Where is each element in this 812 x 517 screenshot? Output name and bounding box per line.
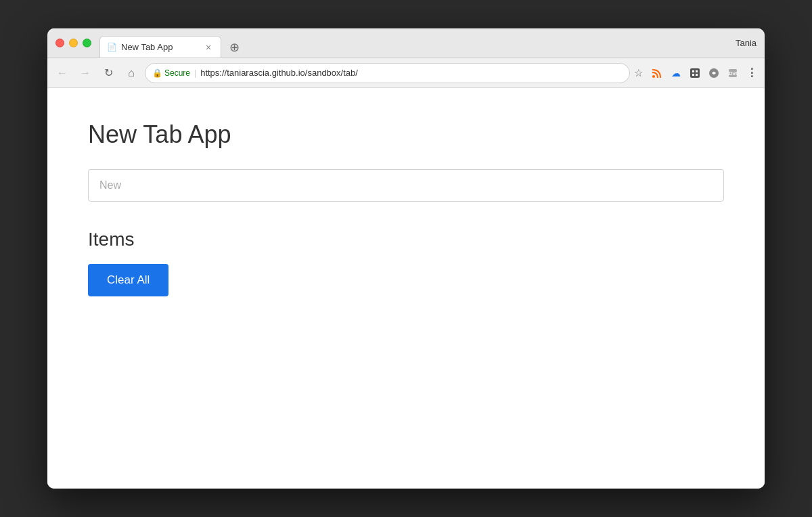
extension1-icon[interactable] xyxy=(687,66,702,81)
url-text: https://taniarascia.github.io/sandbox/ta… xyxy=(200,68,623,78)
profile-area: Tania xyxy=(736,38,757,48)
new-item-input[interactable] xyxy=(88,169,724,202)
refresh-button[interactable]: ↻ xyxy=(99,64,118,83)
svg-rect-4 xyxy=(692,74,694,76)
tab-bar: 📄 New Tab App × ⊕ xyxy=(99,28,736,58)
toolbar-icons: ☁ Dvl xyxy=(650,66,759,81)
title-bar: 📄 New Tab App × ⊕ Tania xyxy=(47,28,765,58)
svg-point-0 xyxy=(652,75,655,78)
extension3-icon[interactable]: Dvl xyxy=(725,66,740,81)
cloud-icon[interactable]: ☁ xyxy=(669,66,683,81)
browser-window: 📄 New Tab App × ⊕ Tania ← → ↻ ⌂ 🔒 Secure… xyxy=(47,28,765,489)
secure-badge: 🔒 Secure xyxy=(152,68,190,78)
svg-rect-1 xyxy=(690,68,700,78)
active-tab[interactable]: 📄 New Tab App × xyxy=(99,36,221,58)
maximize-button[interactable] xyxy=(83,39,91,47)
extension2-icon[interactable] xyxy=(706,66,721,81)
traffic-lights xyxy=(55,39,91,47)
url-bar[interactable]: 🔒 Secure | https://taniarascia.github.io… xyxy=(145,63,630,83)
close-button[interactable] xyxy=(55,39,64,47)
back-button[interactable]: ← xyxy=(53,64,72,83)
bookmark-star-icon[interactable]: ☆ xyxy=(634,67,643,79)
svg-rect-3 xyxy=(696,70,698,72)
svg-text:Dvl: Dvl xyxy=(729,70,737,76)
page-content: New Tab App Items Clear All xyxy=(47,88,765,489)
minimize-button[interactable] xyxy=(69,39,78,47)
svg-rect-5 xyxy=(696,74,698,76)
page-title: New Tab App xyxy=(88,120,724,149)
profile-name: Tania xyxy=(736,38,757,48)
tab-icon: 📄 xyxy=(107,43,117,52)
svg-rect-2 xyxy=(692,70,694,72)
home-button[interactable]: ⌂ xyxy=(122,64,141,83)
lock-icon: 🔒 xyxy=(152,68,162,78)
tab-label: New Tab App xyxy=(121,42,173,52)
new-tab-button[interactable]: ⊕ xyxy=(224,37,245,58)
forward-button[interactable]: → xyxy=(76,64,95,83)
browser-menu-button[interactable]: ⋮ xyxy=(744,66,759,81)
items-heading: Items xyxy=(88,229,724,250)
clear-all-button[interactable]: Clear All xyxy=(88,264,168,296)
secure-label: Secure xyxy=(164,68,190,78)
rss-icon[interactable] xyxy=(650,66,664,81)
tab-close-button[interactable]: × xyxy=(203,42,214,53)
address-bar: ← → ↻ ⌂ 🔒 Secure | https://taniarascia.g… xyxy=(47,58,765,88)
url-divider: | xyxy=(194,68,196,78)
